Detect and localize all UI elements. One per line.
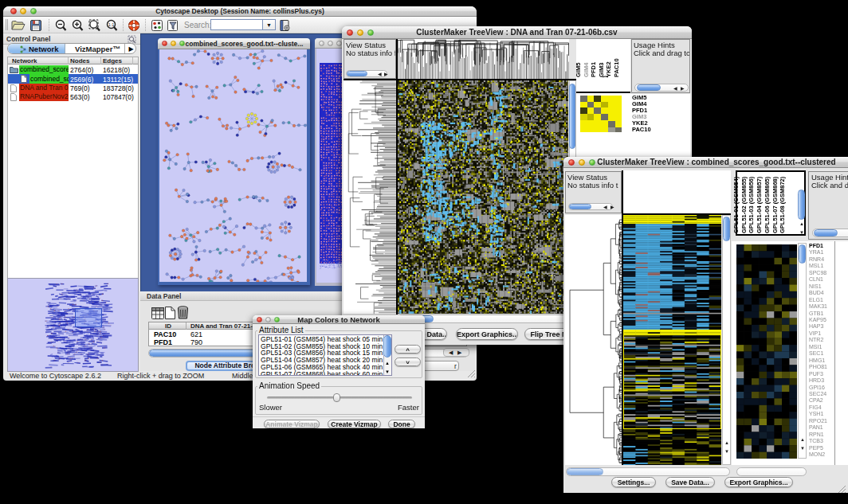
svg-text:1:1: 1:1 (108, 22, 115, 27)
